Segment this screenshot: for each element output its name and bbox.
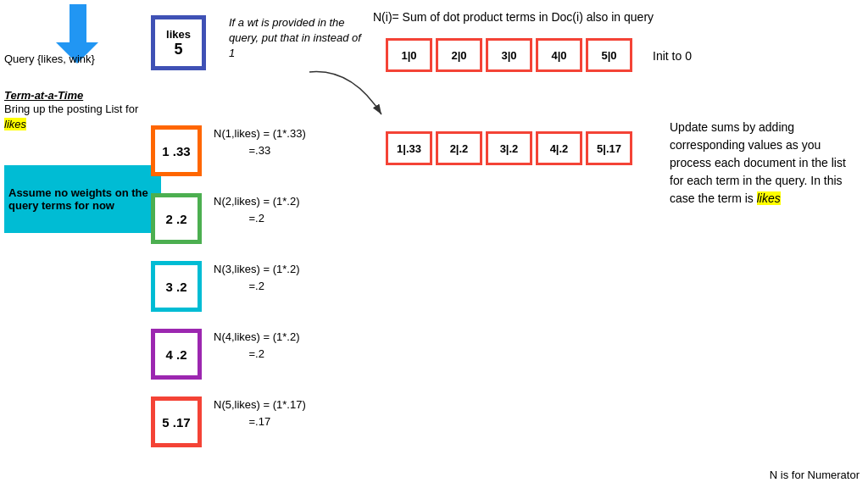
cell-5-id: 5 .17 <box>151 396 202 447</box>
bring-up-text: Bring up the posting List for likes <box>4 102 161 132</box>
cell-4-id: 4 .2 <box>151 329 202 380</box>
bring-up-part1: Bring up the posting List for <box>4 103 138 115</box>
formula-5-line2: =.17 <box>249 415 271 428</box>
likes-highlighted: likes <box>4 118 26 130</box>
updated-box-3: 3|.2 <box>486 131 532 165</box>
formula-4-line1: N(4,likes) = (1*.2) <box>214 330 300 343</box>
formula-4-line2: =.2 <box>249 347 264 360</box>
cell-3-id: 3 .2 <box>151 261 202 312</box>
cell-1-id: 1 .33 <box>151 125 202 176</box>
cell-2-val-text: .2 <box>176 212 187 226</box>
updated-box-2: 2|.2 <box>436 131 482 165</box>
assumption-text: Assume no weights on the query terms for… <box>8 186 157 212</box>
updated-box-4: 4|.2 <box>536 131 582 165</box>
down-arrow-shaft <box>70 4 86 47</box>
init-box-1: 1|0 <box>386 38 432 72</box>
likes-value: 5 <box>174 41 182 58</box>
formula-2-line2: =.2 <box>249 212 264 225</box>
posting-row-3: 3 .2 <box>151 261 202 312</box>
curved-arrow-svg <box>301 68 403 136</box>
formula-2: N(2,likes) = (1*.2) =.2 <box>214 193 300 226</box>
cell-4-val-text: .2 <box>176 347 187 362</box>
init-box-3: 3|0 <box>486 38 532 72</box>
update-sums-text: Update sums by adding corresponding valu… <box>670 119 856 208</box>
posting-row-4: 4 .2 <box>151 329 202 380</box>
likes-label: likes <box>166 28 191 41</box>
formula-2-line1: N(2,likes) = (1*.2) <box>214 195 300 208</box>
posting-row-5: 5 .17 <box>151 396 202 447</box>
posting-row-1: 1 .33 <box>151 125 202 176</box>
init-boxes-row: 1|0 2|0 3|0 4|0 5|0 <box>386 38 632 72</box>
assumption-box: Assume no weights on the query terms for… <box>4 165 161 233</box>
ni-header: N(i)= Sum of dot product terms in Doc(i)… <box>373 10 654 24</box>
cell-3-val-text: .2 <box>176 280 187 294</box>
formula-1-line1: N(1,likes) = (1*.33) <box>214 127 306 140</box>
n-numerator-label: N is for Numerator <box>770 469 860 481</box>
formula-3-line1: N(3,likes) = (1*.2) <box>214 263 300 275</box>
formula-3-line2: =.2 <box>249 280 264 292</box>
cell-1-id-text: 1 <box>162 144 169 158</box>
likes-box: likes 5 <box>151 15 206 70</box>
update-sums-highlight: likes <box>757 191 781 205</box>
formula-1: N(1,likes) = (1*.33) =.33 <box>214 125 306 158</box>
cell-4-id-text: 4 <box>165 347 172 362</box>
main-container: likes 5 Query {likes, wink} If a wt is p… <box>0 0 868 488</box>
init-label: Init to 0 <box>653 49 692 63</box>
cell-1-val-text: .33 <box>173 144 191 158</box>
init-box-5: 5|0 <box>586 38 632 72</box>
formula-5: N(5,likes) = (1*.17) =.17 <box>214 396 306 430</box>
cell-5-id-text: 5 <box>162 415 169 430</box>
cell-3-id-text: 3 <box>165 280 172 294</box>
updated-boxes-row: 1|.33 2|.2 3|.2 4|.2 5|.17 <box>386 131 632 165</box>
formula-1-line2: =.33 <box>249 144 271 157</box>
posting-row-2: 2 .2 <box>151 193 202 244</box>
formula-5-line1: N(5,likes) = (1*.17) <box>214 398 306 411</box>
cell-2-id-text: 2 <box>165 212 172 226</box>
if-wt-description: If a wt is provided in the query, put th… <box>229 15 364 62</box>
cell-2-id: 2 .2 <box>151 193 202 244</box>
term-at-a-time-label: Term-at-a-Time <box>4 89 83 102</box>
updated-box-1: 1|.33 <box>386 131 432 165</box>
formula-4: N(4,likes) = (1*.2) =.2 <box>214 329 300 362</box>
init-box-2: 2|0 <box>436 38 482 72</box>
updated-box-5: 5|.17 <box>586 131 632 165</box>
formula-3: N(3,likes) = (1*.2) =.2 <box>214 261 300 294</box>
cell-5-val-text: .17 <box>173 415 191 430</box>
query-text: Query {likes, wink} <box>4 53 95 65</box>
init-box-4: 4|0 <box>536 38 582 72</box>
